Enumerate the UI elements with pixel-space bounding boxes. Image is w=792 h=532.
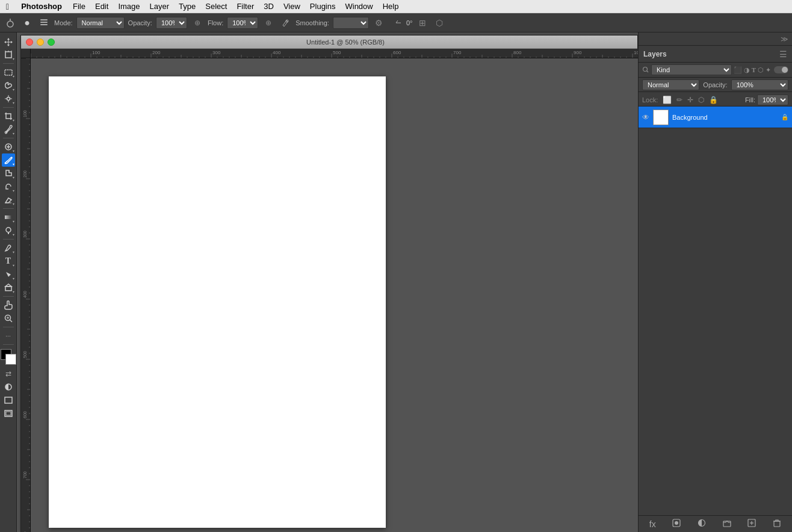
history-brush-tool[interactable]: ▾ — [2, 180, 15, 193]
apple-menu[interactable]:  — [0, 2, 15, 11]
flow-select[interactable]: 100% — [227, 17, 258, 29]
window-maximize-btn[interactable] — [48, 39, 55, 46]
filter-pixel-icon[interactable]: ⬛ — [734, 66, 742, 74]
background-color[interactable] — [5, 354, 16, 365]
pen-tool[interactable]: ▾ — [2, 241, 15, 255]
layer-visibility-btn[interactable]: 👁 — [642, 113, 649, 122]
lock-all-btn[interactable]: 🔒 — [709, 96, 718, 104]
menu-3d[interactable]: 3D — [259, 2, 279, 11]
main-area: ▾ ▾ ▾ ▾ ▾ ▾ ▾ — [0, 32, 792, 532]
add-mask-btn[interactable] — [672, 519, 681, 529]
switch-colors-btn[interactable]: ⇄ — [2, 367, 15, 380]
filter-toggle[interactable] — [774, 66, 788, 73]
airbrush-btn[interactable] — [279, 16, 292, 29]
new-fill-adj-layer-btn[interactable] — [698, 519, 706, 529]
svg-marker-29 — [5, 284, 11, 286]
canvas-scroll-area[interactable] — [31, 58, 638, 532]
lasso-tool[interactable]: ▾ — [2, 79, 15, 92]
magic-wand-tool[interactable]: ▾ — [2, 92, 15, 105]
clone-stamp-tool[interactable]: ▾ — [2, 167, 15, 180]
move-tool[interactable] — [2, 35, 15, 48]
new-group-btn[interactable] — [723, 519, 731, 529]
zoom-tool[interactable] — [2, 312, 15, 325]
menu-select[interactable]: Select — [200, 2, 232, 11]
eyedropper-tool[interactable]: ▾ — [2, 123, 15, 136]
menu-window[interactable]: Window — [340, 2, 377, 11]
fill-select[interactable]: 100% — [757, 94, 788, 105]
eraser-tool[interactable]: ▾ — [2, 193, 15, 206]
angle-btn[interactable] — [389, 16, 403, 29]
extra-settings-btn[interactable]: ⬡ — [433, 16, 446, 29]
layers-panel-title: Layers — [643, 50, 667, 58]
ruler-vertical — [21, 58, 31, 532]
filter-adj-icon[interactable]: ◑ — [744, 66, 750, 74]
delete-layer-btn[interactable] — [773, 519, 781, 529]
layers-header: Layers ☰ — [639, 46, 792, 63]
window-minimize-btn[interactable] — [37, 39, 44, 46]
filter-smart-icon[interactable]: ✦ — [766, 66, 771, 74]
svg-rect-47 — [774, 521, 780, 527]
brush-settings-btn[interactable] — [37, 16, 51, 29]
brush-preset-btn[interactable]: ● — [20, 16, 34, 29]
blend-mode-select[interactable]: Normal — [642, 79, 699, 90]
add-fx-btn[interactable]: fx — [649, 519, 656, 529]
lock-position-btn[interactable]: ✛ — [687, 96, 693, 104]
filter-shape-icon[interactable]: ⬡ — [758, 66, 764, 74]
menu-type[interactable]: Type — [174, 2, 200, 11]
tool-preset-picker[interactable] — [4, 16, 17, 29]
menu-plugins[interactable]: Plugins — [305, 2, 341, 11]
canvas-container: Untitled-1 @ 50% (RGB/8) — [17, 32, 638, 532]
canvas-document — [49, 76, 386, 528]
menu-filter[interactable]: Filter — [232, 2, 259, 11]
mode-select[interactable]: Normal — [76, 17, 125, 29]
menu-image[interactable]: Image — [113, 2, 144, 11]
svg-point-38 — [643, 67, 648, 72]
menu-file[interactable]: File — [68, 2, 90, 11]
lock-transparent-btn[interactable]: ⬜ — [663, 96, 672, 104]
layers-panel-menu-btn[interactable]: ☰ — [779, 49, 787, 59]
layers-filter-kind[interactable]: Kind — [651, 64, 732, 75]
quick-mask-btn[interactable] — [2, 380, 15, 394]
symmetry-btn[interactable]: ⊞ — [416, 16, 429, 29]
layer-opacity-select[interactable]: 100% — [731, 79, 788, 90]
type-tool[interactable]: T ▾ — [2, 255, 15, 268]
flow-pressure-btn[interactable]: ⊕ — [262, 16, 275, 29]
layer-item-background[interactable]: 👁 Background 🔒 — [639, 107, 792, 128]
frame-tool[interactable] — [2, 407, 15, 420]
smoothing-select[interactable] — [333, 17, 369, 29]
crop-tool[interactable]: ▾ — [2, 110, 15, 123]
lock-image-btn[interactable]: ✏ — [676, 96, 682, 104]
smoothing-settings-btn[interactable]: ⚙ — [373, 16, 386, 29]
opacity-select[interactable]: 100% — [156, 17, 187, 29]
opacity-pressure-btn[interactable]: ⊕ — [191, 16, 204, 29]
layer-thumbnail — [653, 110, 669, 125]
shape-tool[interactable]: ▾ — [2, 281, 15, 294]
svg-rect-25 — [5, 215, 12, 219]
filter-text-icon[interactable]: T — [752, 66, 756, 73]
path-selection-tool[interactable]: ▾ — [2, 268, 15, 281]
canvas-window: Untitled-1 @ 50% (RGB/8) — [20, 35, 638, 532]
dodge-tool[interactable]: ▾ — [2, 224, 15, 237]
menu-edit[interactable]: Edit — [90, 2, 113, 11]
menu-help[interactable]: Help — [378, 2, 404, 11]
layers-bottom-toolbar: fx — [639, 515, 792, 532]
healing-brush-tool[interactable]: ▾ — [2, 140, 15, 153]
svg-point-26 — [6, 227, 11, 232]
window-close-btn[interactable] — [26, 39, 33, 46]
more-tools-btn[interactable]: ··· — [2, 329, 15, 342]
marquee-rect-tool[interactable]: ▾ — [2, 66, 15, 79]
hand-tool[interactable] — [2, 298, 15, 312]
brush-tool[interactable]: ▾ — [2, 153, 15, 167]
svg-point-22 — [4, 162, 6, 164]
artboard-tool[interactable]: ▾ — [2, 48, 15, 61]
lock-artboard-btn[interactable]: ⬡ — [698, 96, 704, 104]
app-name: Photoshop — [15, 2, 68, 11]
new-layer-btn[interactable] — [747, 519, 756, 529]
menu-layer[interactable]: Layer — [145, 2, 175, 11]
menu-view[interactable]: View — [279, 2, 305, 11]
screen-mode-btn[interactable] — [2, 394, 15, 407]
smoothing-label: Smoothing: — [295, 19, 329, 26]
gradient-tool[interactable]: ▾ — [2, 211, 15, 224]
panel-collapse-btn[interactable]: ≫ — [781, 35, 788, 43]
ruler-corner — [21, 49, 31, 58]
